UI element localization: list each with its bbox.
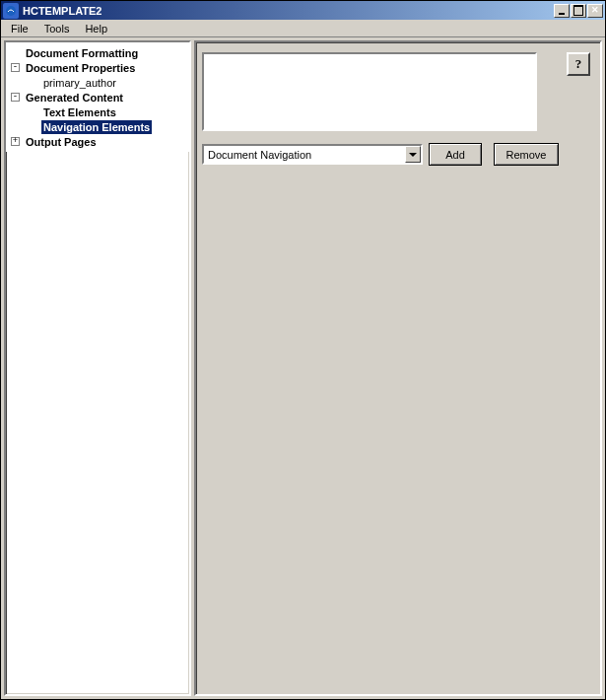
tree-label: primary_author bbox=[41, 76, 118, 90]
tree-item-generated-content[interactable]: - Generated Content bbox=[6, 90, 189, 105]
menu-tools[interactable]: Tools bbox=[36, 21, 78, 36]
tree-item-output-pages[interactable]: + Output Pages bbox=[6, 134, 189, 149]
tree-label: Generated Content bbox=[24, 91, 125, 105]
app-icon bbox=[3, 3, 19, 19]
tree-item-primary-author[interactable]: primary_author bbox=[6, 75, 189, 90]
tree-label: Document Properties bbox=[24, 61, 137, 75]
tree-pane: Document Formatting - Document Propertie… bbox=[4, 40, 191, 696]
tree-label: Text Elements bbox=[41, 105, 118, 119]
tree-item-text-elements[interactable]: Text Elements bbox=[6, 105, 189, 119]
menu-help[interactable]: Help bbox=[77, 21, 115, 36]
remove-button[interactable]: Remove bbox=[494, 143, 559, 166]
close-button[interactable] bbox=[587, 4, 603, 18]
minimize-button[interactable] bbox=[554, 4, 570, 18]
window-root: HCTEMPLATE2 File Tools Help Document For… bbox=[0, 0, 606, 700]
dropdown-value: Document Navigation bbox=[204, 149, 405, 161]
element-type-dropdown[interactable]: Document Navigation bbox=[202, 144, 423, 165]
maximize-button[interactable] bbox=[571, 4, 586, 18]
help-button[interactable]: ? bbox=[567, 52, 590, 76]
add-button[interactable]: Add bbox=[429, 143, 482, 166]
svg-point-0 bbox=[6, 6, 16, 16]
menu-file[interactable]: File bbox=[3, 21, 36, 36]
window-buttons bbox=[554, 4, 603, 18]
tree-label: Document Formatting bbox=[24, 46, 140, 60]
tree-item-navigation-elements[interactable]: Navigation Elements bbox=[6, 119, 189, 134]
titlebar: HCTEMPLATE2 bbox=[1, 1, 605, 20]
expand-icon[interactable]: + bbox=[11, 137, 20, 146]
menubar: File Tools Help bbox=[1, 20, 605, 37]
collapse-icon[interactable]: - bbox=[11, 93, 20, 102]
chevron-down-icon[interactable] bbox=[405, 146, 421, 163]
element-listbox[interactable] bbox=[202, 52, 537, 131]
client-area: Document Formatting - Document Propertie… bbox=[1, 37, 605, 699]
tree-label: Output Pages bbox=[24, 135, 99, 149]
tree-label-selected: Navigation Elements bbox=[41, 120, 152, 134]
tree-view: Document Formatting - Document Propertie… bbox=[6, 42, 189, 152]
collapse-icon[interactable]: - bbox=[11, 63, 20, 72]
content-pane: ? Document Navigation Add Remove bbox=[194, 40, 602, 696]
control-row: Document Navigation Add Remove bbox=[202, 143, 590, 166]
tree-item-doc-formatting[interactable]: Document Formatting bbox=[6, 45, 189, 60]
tree-item-doc-properties[interactable]: - Document Properties bbox=[6, 60, 189, 75]
window-title: HCTEMPLATE2 bbox=[23, 5, 554, 17]
